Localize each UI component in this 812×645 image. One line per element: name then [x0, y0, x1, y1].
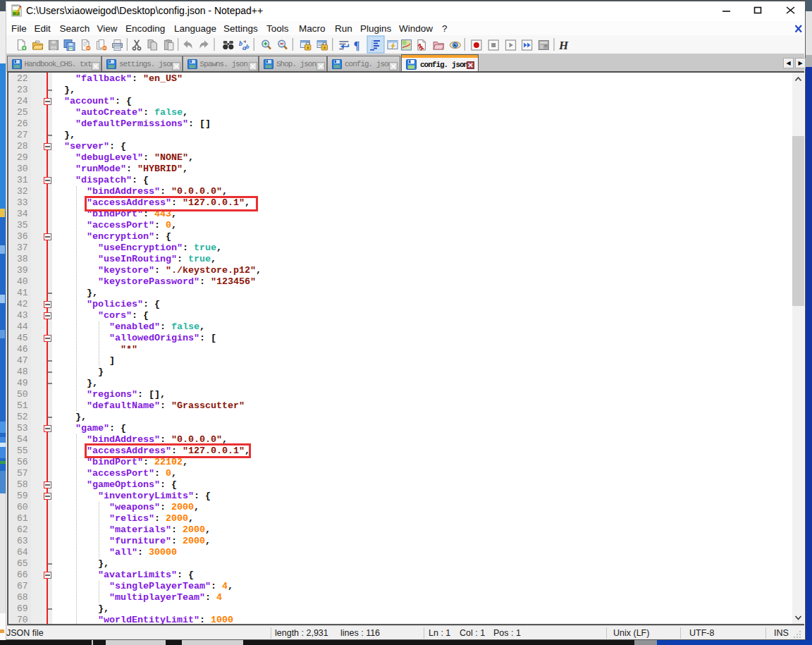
svg-text:¶: ¶ — [354, 39, 360, 51]
svg-text:H: H — [558, 39, 569, 52]
svg-text:b: b — [246, 43, 250, 50]
